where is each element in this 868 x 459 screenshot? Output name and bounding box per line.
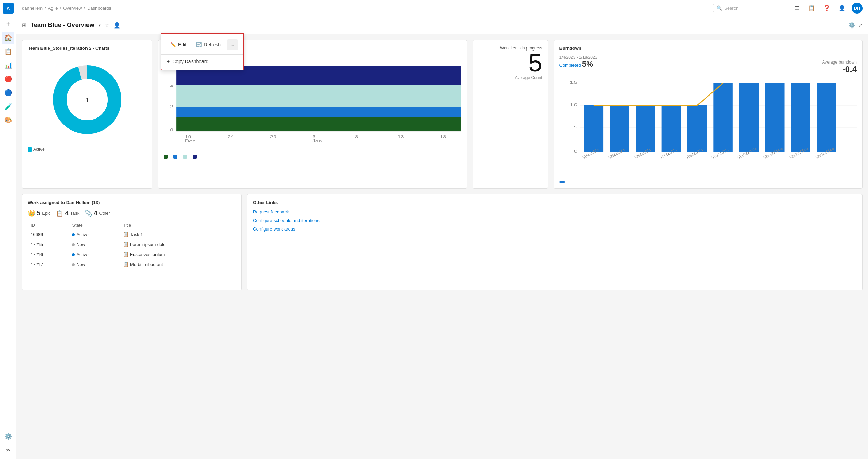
svg-text:Jan: Jan [312,139,322,143]
cfd-svg: 6 4 2 0 [164,63,461,145]
search-icon: 🔍 [717,5,722,11]
chart1-title: Team Blue_Stories_Iteration 2 - Charts [28,46,147,51]
menu-icon[interactable]: ☰ [791,3,802,14]
cfd-dot-3 [193,155,197,159]
burndown-legend [559,181,857,183]
state-dot [72,263,75,266]
avg-value: -0.4 [822,65,857,74]
burndown-completed: Completed 5% [559,60,593,74]
dashboard-content: Team Blue_Stories_Iteration 2 - Charts 1 [16,34,868,459]
avatar[interactable]: DH [852,3,863,14]
row-id: 17217 [28,259,69,269]
svg-text:4: 4 [170,84,173,88]
link-item[interactable]: Request feedback [253,209,857,214]
breadcrumb-item-4[interactable]: Dashboards [87,5,111,11]
svg-text:19: 19 [185,135,192,139]
svg-text:29: 29 [270,135,276,139]
dropdown-divider [161,54,243,55]
other-count: 4 [94,209,97,217]
app-logo: A [3,3,14,14]
cfd-legend-2 [183,155,187,159]
dashboard-title: Team Blue - Overview [31,22,94,29]
cfd-chart: 6 4 2 0 [164,63,461,152]
row-title: 📋Lorem ipsum dolor [120,239,236,249]
donut-chart: 1 [53,65,121,134]
topbar: danhellem / Agile / Overview / Dashboard… [16,0,868,16]
sidebar-icon-home[interactable]: 🏠 [2,32,14,44]
settings-gear-icon[interactable]: ⚙️ [848,22,855,29]
add-button[interactable]: + [2,18,14,30]
fullscreen-icon[interactable]: ⤢ [858,22,863,29]
epic-count: 5 [37,209,40,217]
legend-item-0: Active [28,147,45,152]
sidebar: A + 🏠 📋 📊 🔴 🔵 🧪 🎨 ⚙️ ≫ [0,0,16,459]
svg-rect-36 [661,105,681,152]
sidebar-icon-test[interactable]: 🧪 [2,100,14,113]
link-item[interactable]: Configure schedule and iterations [253,218,857,223]
more-button[interactable]: ··· [227,39,238,50]
settings-icon[interactable]: ⚙️ [2,430,14,443]
work-table: ID State Title 16689 Active 📋Task 1 1721… [28,221,236,269]
row-state: New [69,259,120,269]
table-row: 17216 Active 📋Fusce vestibulum [28,249,236,259]
row-title: 📋Morbi finibus ant [120,259,236,269]
copy-label: Copy Dashboard [172,59,208,64]
svg-rect-33 [584,105,603,152]
svg-text:0: 0 [170,128,173,132]
svg-rect-40 [765,83,785,152]
dropdown-menu: ✏️ Edit 🔄 Refresh ··· + Copy Dashboard [161,33,244,70]
col-title: Title [120,221,236,230]
collapse-icon[interactable]: ≫ [2,444,14,456]
sidebar-icon-art[interactable]: 🎨 [2,114,14,126]
sidebar-icon-blue[interactable]: 🔵 [2,87,14,99]
svg-rect-37 [687,105,707,152]
sidebar-icon-boards[interactable]: 📋 [2,45,14,58]
state-dot [72,253,75,256]
legend-label-0: Active [33,147,45,152]
share-icon[interactable]: 👤 [114,22,120,29]
row-title: 📋Task 1 [120,230,236,239]
cfd-legend-3 [193,155,197,159]
cfd-legend-0 [164,155,168,159]
user-icon[interactable]: 👤 [836,3,847,14]
row-state: New [69,239,120,249]
topbar-actions: ☰ 📋 ❓ 👤 DH [791,3,863,14]
task-icon: 📋 [56,210,63,217]
breadcrumb-item-3[interactable]: Overview [63,5,82,11]
copy-dashboard-button[interactable]: + Copy Dashboard [161,56,243,67]
row-id: 16689 [28,230,69,239]
breadcrumb-item-2[interactable]: Agile [48,5,58,11]
link-item[interactable]: Configure work areas [253,226,857,232]
refresh-button[interactable]: 🔄 Refresh [193,40,224,49]
sidebar-icon-analytics[interactable]: 📊 [2,59,14,71]
refresh-icon: 🔄 [196,42,202,47]
burndown-legend-dot-0 [559,181,565,183]
burndown-legend-dot-1 [570,182,576,182]
edit-button[interactable]: ✏️ Edit [167,40,190,49]
search-box[interactable]: 🔍 Search [713,4,788,12]
help-icon[interactable]: ❓ [821,3,832,14]
svg-rect-14 [176,107,461,117]
svg-text:Dec: Dec [185,139,195,143]
refresh-label: Refresh [204,42,221,47]
state-dot [72,243,75,246]
state-dot [72,233,75,236]
row-title: 📋Fusce vestibulum [120,249,236,259]
links-title: Other Links [253,200,857,205]
epic-icon: 👑 [28,210,35,217]
favorite-icon[interactable]: ☆ [105,22,109,29]
sidebar-icon-red[interactable]: 🔴 [2,73,14,85]
cfd-legend [164,155,461,159]
clipboard-icon[interactable]: 📋 [806,3,817,14]
breadcrumb-item-1[interactable]: danhellem [22,5,43,11]
svg-rect-39 [739,83,759,152]
work-badge-epic: 👑 5 Epic [28,209,50,217]
breadcrumb: danhellem / Agile / Overview / Dashboard… [22,5,111,11]
links-card: Other Links Request feedbackConfigure sc… [247,194,863,290]
cfd-legend-1 [173,155,177,159]
task-label: Task [70,211,80,216]
svg-text:13: 13 [397,135,404,139]
col-state: State [69,221,120,230]
cards-row-2: Work assigned to Dan Hellem (13) 👑 5 Epi… [22,194,863,290]
dashboard-dropdown-icon[interactable]: ▾ [99,23,101,28]
